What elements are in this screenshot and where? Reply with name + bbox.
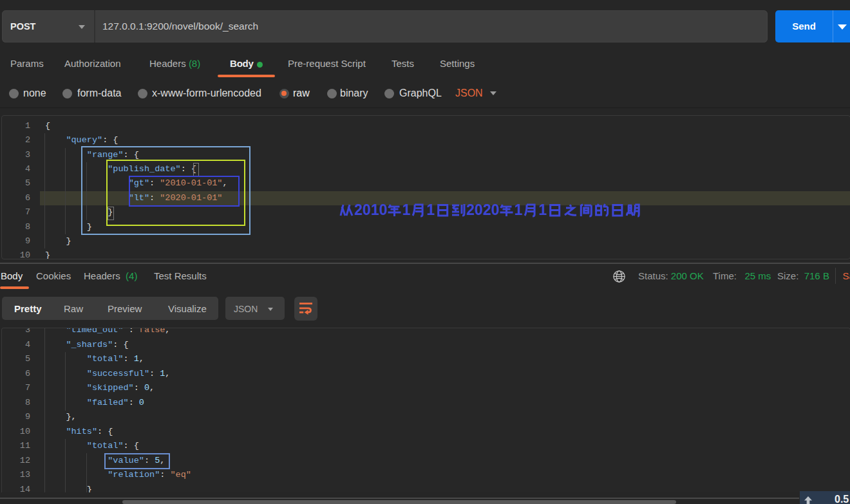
svg-text:1: 1 [426,203,435,218]
svg-text:1: 1 [402,203,411,218]
svg-text:1: 1 [515,203,523,218]
svg-text:1: 1 [538,203,547,218]
svg-text:2010: 2010 [354,203,387,218]
svg-text:2020: 2020 [466,203,499,218]
